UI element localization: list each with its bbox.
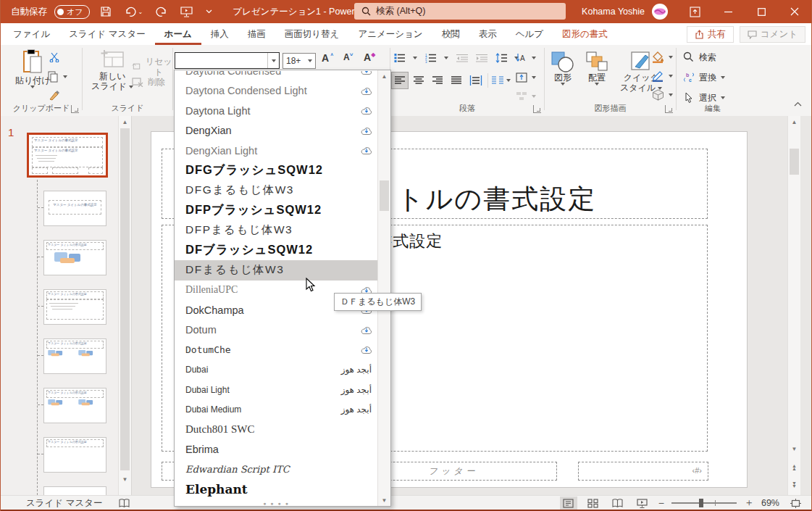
font-size-combobox[interactable]: 18+: [282, 53, 316, 69]
zoom-slider[interactable]: [671, 502, 737, 504]
tab-4[interactable]: 描画: [238, 23, 275, 45]
shape-fill-button[interactable]: [652, 51, 673, 63]
new-slide-button[interactable]: 新しい スライド: [91, 49, 133, 91]
slide-number-placeholder[interactable]: ‹#›: [578, 462, 708, 481]
decrease-font-size-button[interactable]: A˅: [343, 51, 353, 62]
font-option[interactable]: Daytona Condensed Light: [175, 81, 377, 101]
scrollbar-thumb[interactable]: [380, 180, 389, 211]
justify-button[interactable]: [448, 72, 464, 88]
font-option[interactable]: DFブラッシュSQW12: [175, 241, 377, 261]
font-option[interactable]: DFPブラッシュSQW12: [175, 201, 377, 221]
align-left-button[interactable]: [392, 72, 408, 88]
numbering-button[interactable]: 123: [424, 51, 437, 64]
tab-1[interactable]: スライド マスター: [59, 23, 155, 45]
chevron-down-icon[interactable]: [444, 57, 448, 59]
convert-to-smartart-button[interactable]: [515, 90, 536, 102]
font-option[interactable]: Dotum: [175, 320, 377, 341]
share-button[interactable]: 共有: [687, 26, 734, 43]
tab-3[interactable]: 挿入: [201, 23, 238, 45]
scrollbar-thumb[interactable]: [790, 149, 799, 175]
layout-thumbnail-3[interactable]: マスター タイトルの書式設定: [43, 289, 106, 325]
scroll-up-arrow[interactable]: ▲: [788, 116, 800, 128]
thumbnail-scrollbar[interactable]: ▲ ▼: [118, 116, 131, 495]
close-button[interactable]: [778, 0, 811, 23]
delete-button[interactable]: 削除: [132, 77, 165, 87]
bullets-button[interactable]: [393, 51, 406, 64]
chevron-down-icon[interactable]: [506, 79, 511, 82]
decrease-indent-button[interactable]: [456, 51, 468, 64]
scroll-down-arrow[interactable]: ▼: [788, 443, 800, 454]
paragraph-dialog-launcher[interactable]: [533, 105, 541, 113]
reset-button[interactable]: リセット: [132, 57, 172, 77]
distribute-text-button[interactable]: [467, 72, 485, 88]
zoom-out-button[interactable]: −: [658, 497, 664, 509]
paste-button[interactable]: 貼り付け: [15, 49, 51, 88]
autosave-toggle[interactable]: オフ: [54, 5, 90, 19]
notes-book-icon[interactable]: [119, 499, 130, 508]
slideshow-view-button[interactable]: [634, 497, 651, 510]
tab-5[interactable]: 画面切り替え: [275, 23, 349, 45]
tab-7[interactable]: 校閲: [432, 23, 469, 45]
reading-view-button[interactable]: [609, 497, 627, 510]
minimize-button[interactable]: [711, 0, 745, 23]
customize-qat-button[interactable]: [203, 8, 215, 15]
slide-sorter-view-button[interactable]: [585, 497, 602, 510]
font-option[interactable]: Dubaiأبجد هوز: [175, 360, 377, 381]
zoom-in-button[interactable]: ＋: [744, 497, 754, 510]
zoom-slider-thumb[interactable]: [699, 499, 703, 507]
font-option[interactable]: DFGブラッシュSQW12: [175, 161, 377, 181]
columns-button[interactable]: [491, 75, 503, 87]
avatar[interactable]: [652, 4, 668, 20]
font-name-combobox[interactable]: [175, 52, 280, 69]
next-slide-button[interactable]: ▼▼: [788, 479, 800, 491]
font-option[interactable]: DFPまるもじ体W3: [175, 220, 377, 241]
layout-thumbnail-6[interactable]: マスター タイトルの書式設定: [43, 437, 106, 473]
find-button[interactable]: 検索: [682, 51, 716, 63]
font-option[interactable]: Daytona Condensed: [175, 71, 377, 81]
font-option[interactable]: Ebrima: [175, 440, 377, 460]
scroll-up-arrow[interactable]: ▲: [119, 116, 131, 128]
undo-button[interactable]: ⌄: [122, 5, 146, 19]
clipboard-dialog-launcher[interactable]: [71, 105, 79, 113]
font-option[interactable]: DFまるもじ体W3: [175, 260, 377, 281]
fit-slide-to-window-button[interactable]: [787, 497, 804, 510]
tab-2[interactable]: ホーム: [155, 23, 201, 45]
font-option[interactable]: Dubai Mediumأبجد هوز: [175, 400, 377, 420]
tab-file[interactable]: ファイル: [4, 23, 59, 45]
align-right-button[interactable]: [430, 72, 445, 88]
chevron-down-icon[interactable]: [413, 57, 417, 59]
font-name-input[interactable]: [175, 53, 267, 68]
comments-button[interactable]: コメント: [740, 26, 805, 43]
user-name[interactable]: Kohama Yoshie: [582, 7, 645, 17]
scroll-up-arrow[interactable]: ▲: [378, 70, 390, 82]
font-name-dropdown-arrow[interactable]: [267, 53, 279, 68]
previous-slide-button[interactable]: ▲▲: [788, 462, 800, 473]
increase-font-size-button[interactable]: A＾: [322, 51, 335, 64]
scroll-down-arrow[interactable]: ▼: [119, 473, 131, 485]
maximize-button[interactable]: [745, 0, 778, 23]
copy-button[interactable]: [47, 71, 67, 83]
font-option[interactable]: Dubai Lightأبجد هوز: [175, 380, 377, 400]
font-option[interactable]: DengXian: [175, 121, 377, 141]
clear-formatting-button[interactable]: A◆: [364, 51, 375, 63]
tab-8[interactable]: 表示: [469, 23, 506, 45]
font-size-dropdown-arrow[interactable]: [304, 59, 315, 62]
cut-button[interactable]: [49, 52, 60, 62]
font-option[interactable]: DFGまるもじ体W3: [175, 180, 377, 201]
font-option[interactable]: Edwardian Script ITC: [175, 460, 377, 480]
scrollbar-thumb[interactable]: [120, 128, 130, 470]
zoom-level[interactable]: 69%: [761, 498, 779, 508]
format-painter-button[interactable]: [49, 90, 60, 101]
tab-9[interactable]: ヘルプ: [506, 23, 553, 45]
font-option[interactable]: Dutch801 SWC: [175, 420, 377, 440]
layout-thumbnail-5[interactable]: マスター タイトルの書式設定: [43, 388, 106, 423]
scroll-down-arrow[interactable]: ▼: [378, 494, 390, 506]
align-center-button[interactable]: [411, 72, 427, 88]
layout-thumbnail-7[interactable]: [43, 486, 106, 495]
font-option[interactable]: DotumChe: [175, 340, 377, 360]
layout-thumbnail-1[interactable]: マスター タイトルの書式設定: [43, 191, 106, 226]
increase-indent-button[interactable]: [475, 51, 487, 64]
font-option[interactable]: Daytona Light: [175, 101, 377, 121]
line-spacing-button[interactable]: [495, 51, 507, 64]
align-text-button[interactable]: [515, 71, 536, 83]
